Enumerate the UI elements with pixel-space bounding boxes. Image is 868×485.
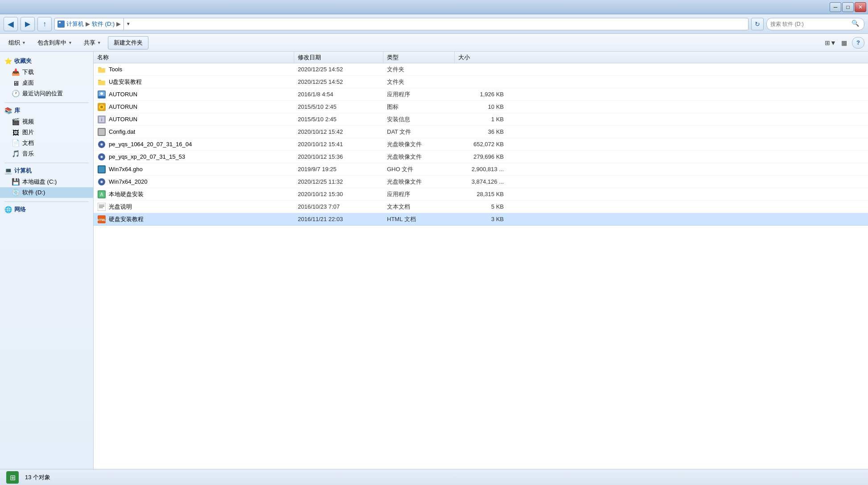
file-type-icon: [97, 177, 106, 186]
table-row[interactable]: Win7x64_2020 2020/12/25 11:32 光盘映像文件 3,8…: [94, 176, 868, 188]
sidebar-item-software-d[interactable]: 💿 软件 (D:): [0, 187, 93, 198]
sidebar-item-recent[interactable]: 🕐 最近访问的位置: [0, 88, 93, 99]
file-type-cell: 文件夹: [383, 78, 455, 86]
minimize-button[interactable]: ─: [830, 2, 841, 12]
divider-3: [4, 201, 89, 202]
desktop-icon: 🖥: [12, 79, 20, 87]
column-name-header[interactable]: 名称: [94, 52, 294, 63]
maximize-button[interactable]: □: [842, 2, 854, 12]
file-type-icon: [97, 152, 106, 161]
images-icon: 🖼: [12, 128, 20, 136]
close-button[interactable]: ✕: [855, 2, 866, 12]
forward-button[interactable]: ▶: [21, 17, 35, 31]
table-row[interactable]: 光盘说明 2016/10/23 7:07 文本文档 5 KB: [94, 201, 868, 213]
file-name-cell: Win7x64_2020: [94, 177, 294, 186]
file-name-cell: HTML 硬盘安装教程: [94, 215, 294, 224]
svg-point-5: [100, 92, 103, 95]
file-name-text: 本地硬盘安装: [109, 190, 144, 198]
file-type-icon: [97, 78, 106, 86]
libraries-header[interactable]: 📚 库: [0, 105, 93, 116]
new-folder-button[interactable]: 新建文件夹: [108, 36, 148, 49]
search-input[interactable]: [770, 21, 850, 27]
include-library-button[interactable]: 包含到库中 ▼: [33, 36, 77, 49]
software-d-icon: 💿: [12, 189, 20, 197]
sidebar-item-videos[interactable]: 🎬 视频: [0, 116, 93, 127]
file-size-cell: 2,900,813 ...: [455, 166, 513, 173]
sidebar-item-local-c[interactable]: 💾 本地磁盘 (C:): [0, 177, 93, 187]
file-date-cell: 2015/5/10 2:45: [294, 116, 383, 123]
table-row[interactable]: Tools 2020/12/25 14:52 文件夹: [94, 63, 868, 76]
address-dropdown-button[interactable]: ▼: [123, 18, 132, 30]
svg-rect-21: [99, 166, 105, 173]
network-header[interactable]: 🌐 网络: [0, 204, 93, 215]
search-bar[interactable]: 🔍: [766, 18, 864, 30]
music-label: 音乐: [22, 150, 34, 158]
help-label: ?: [856, 39, 860, 46]
status-count: 13 个对象: [25, 473, 50, 481]
column-type-header[interactable]: 类型: [383, 52, 455, 63]
file-date-cell: 2019/9/7 19:25: [294, 166, 383, 173]
file-name-cell: U盘安装教程: [94, 78, 294, 86]
include-library-label: 包含到库中: [37, 39, 66, 47]
column-size-header[interactable]: 大小: [455, 52, 513, 63]
videos-icon: 🎬: [12, 118, 20, 126]
address-bar[interactable]: 计算机 ▶ 软件 (D:) ▶ ▼: [54, 18, 749, 30]
breadcrumb-computer[interactable]: 计算机: [66, 20, 84, 28]
file-name-cell: Config.dat: [94, 127, 294, 136]
file-name-text: pe_yqs_xp_20_07_31_15_53: [109, 153, 185, 160]
file-date-cell: 2020/10/12 15:41: [294, 141, 383, 148]
favorites-header[interactable]: ⭐ 收藏夹: [0, 55, 93, 67]
sidebar-item-documents[interactable]: 📄 文档: [0, 138, 93, 148]
file-name-cell: pe_yqs_xp_20_07_31_15_53: [94, 152, 294, 161]
organize-button[interactable]: 组织 ▼: [4, 36, 31, 49]
downloads-label: 下载: [22, 68, 34, 76]
file-date-cell: 2016/10/23 7:07: [294, 203, 383, 210]
sidebar-item-music[interactable]: 🎵 音乐: [0, 148, 93, 159]
column-date-header[interactable]: 修改日期: [294, 52, 383, 63]
status-app-icon: ⊞: [5, 470, 20, 485]
sidebar-item-downloads[interactable]: 📥 下载: [0, 67, 93, 78]
back-button[interactable]: ◀: [4, 17, 18, 31]
table-row[interactable]: Config.dat 2020/10/12 15:42 DAT 文件 36 KB: [94, 126, 868, 138]
file-date-cell: 2020/10/12 15:36: [294, 153, 383, 160]
table-row[interactable]: pe_yqs_1064_20_07_31_16_04 2020/10/12 15…: [94, 138, 868, 151]
svg-text:A: A: [100, 192, 103, 197]
svg-point-8: [100, 106, 103, 108]
share-button[interactable]: 共享 ▼: [79, 36, 106, 49]
view-toggle-button[interactable]: ▦: [838, 37, 850, 49]
breadcrumb-drive[interactable]: 软件 (D:): [92, 20, 115, 28]
file-size-cell: 1 KB: [455, 116, 513, 123]
search-icon[interactable]: 🔍: [852, 20, 860, 29]
file-list-area: 名称 修改日期 类型 大小 Tools 2020/12/25 14:52 文件夹…: [94, 52, 868, 469]
view-dropdown-button[interactable]: ⊞▼: [824, 37, 837, 49]
file-type-icon: [97, 65, 106, 74]
toolbar: 组织 ▼ 包含到库中 ▼ 共享 ▼ 新建文件夹 ⊞▼ ▦ ?: [0, 34, 868, 52]
refresh-button[interactable]: ↻: [751, 18, 764, 30]
main-area: ⭐ 收藏夹 📥 下载 🖥 桌面 🕐 最近访问的位置 📚 库: [0, 52, 868, 469]
table-row[interactable]: Win7x64.gho 2019/9/7 19:25 GHO 文件 2,900,…: [94, 163, 868, 176]
file-type-icon: [97, 90, 106, 99]
table-row[interactable]: i AUTORUN 2015/5/10 2:45 安装信息 1 KB: [94, 113, 868, 126]
file-type-cell: 应用程序: [383, 190, 455, 198]
file-type-icon: [97, 165, 106, 174]
software-d-label: 软件 (D:): [22, 189, 45, 197]
file-type-icon: [97, 127, 106, 136]
organize-label: 组织: [8, 39, 20, 47]
file-type-cell: 光盘映像文件: [383, 140, 455, 148]
help-button[interactable]: ?: [852, 37, 864, 49]
sidebar-item-desktop[interactable]: 🖥 桌面: [0, 78, 93, 88]
table-row[interactable]: A 本地硬盘安装 2020/10/12 15:30 应用程序 28,315 KB: [94, 188, 868, 201]
up-button[interactable]: ↑: [37, 17, 52, 31]
table-row[interactable]: AUTORUN 2015/5/10 2:45 图标 10 KB: [94, 101, 868, 113]
file-name-text: 硬盘安装教程: [109, 215, 144, 223]
table-row[interactable]: U盘安装教程 2020/12/25 14:52 文件夹: [94, 76, 868, 88]
computer-header[interactable]: 💻 计算机: [0, 165, 93, 177]
divider-2: [4, 163, 89, 163]
sidebar-item-images[interactable]: 🖼 图片: [0, 127, 93, 138]
share-arrow-icon: ▼: [97, 41, 101, 45]
table-row[interactable]: HTML 硬盘安装教程 2016/11/21 22:03 HTML 文档 3 K…: [94, 213, 868, 226]
table-row[interactable]: AUTORUN 2016/1/8 4:54 应用程序 1,926 KB: [94, 88, 868, 101]
file-type-icon: [97, 202, 106, 211]
file-date-cell: 2020/10/12 15:42: [294, 128, 383, 135]
table-row[interactable]: pe_yqs_xp_20_07_31_15_53 2020/10/12 15:3…: [94, 151, 868, 163]
